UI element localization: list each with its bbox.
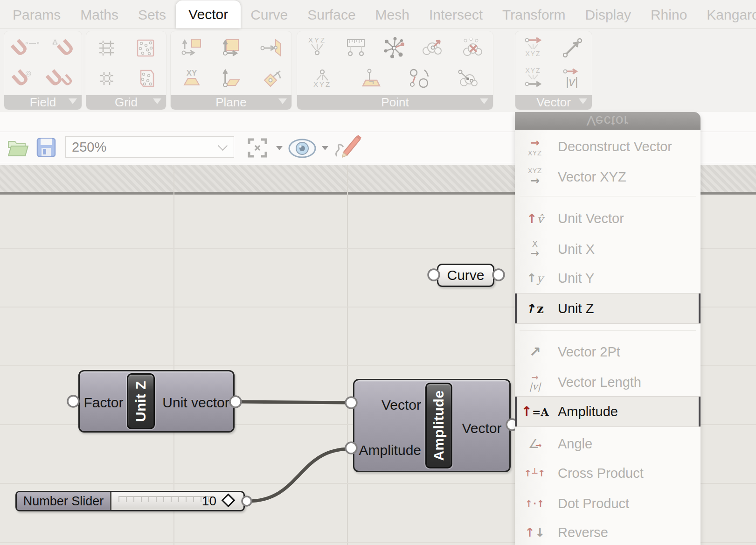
tab-params[interactable]: Params (3, 1, 70, 28)
tab-sets[interactable]: Sets (128, 1, 176, 28)
ribbon-group-grid: Grid (86, 31, 166, 110)
menu-item-vector-length[interactable]: Vector Length (515, 367, 701, 398)
unit-z-output-unit-vector[interactable]: Unit vector (158, 395, 234, 411)
menu-item-label: Vector XYZ (558, 169, 626, 185)
chevron-down-icon[interactable] (218, 141, 228, 151)
number-slider-grip[interactable] (222, 493, 236, 507)
menu-item-dot-product[interactable]: Dot Product (515, 488, 701, 519)
number-slider-component[interactable]: Number Slider 10 (15, 491, 245, 511)
menu-item-label: Angle (558, 436, 592, 452)
vector-length-icon[interactable]: |v| (559, 65, 585, 91)
dot-product-icon (523, 499, 547, 508)
tab-intersect[interactable]: Intersect (419, 1, 492, 28)
construct-point-icon[interactable]: XYZ (304, 35, 330, 61)
deconstruct-point-icon[interactable]: XYZ (309, 65, 335, 91)
group-expand-icon[interactable] (69, 98, 77, 104)
dropdown-header[interactable]: Vector (515, 112, 701, 130)
menu-item-unit-z[interactable]: Unit Z (515, 293, 701, 324)
amplitude-output-vector[interactable]: Vector (455, 420, 508, 436)
deconstruct-vector-icon[interactable]: XYZ (522, 35, 548, 61)
populate-2d-icon[interactable] (133, 36, 158, 60)
menu-item-amplitude[interactable]: Amplitude (515, 396, 701, 427)
unit-z-input-factor[interactable]: Factor (80, 395, 127, 411)
group-expand-icon[interactable] (278, 98, 287, 104)
pull-point-icon[interactable] (419, 35, 446, 61)
field-spin-icon[interactable]: U◎ (13, 69, 32, 88)
save-file-icon[interactable] (34, 135, 59, 160)
construct-plane-icon[interactable] (179, 36, 205, 60)
square-grid-icon[interactable] (95, 66, 119, 91)
closest-points-icon[interactable] (381, 35, 407, 61)
populate-3d-icon[interactable] (133, 66, 158, 91)
amplitude-name-capsule[interactable]: Amplitude (425, 383, 452, 468)
menu-item-unit-vector[interactable]: Unit Vector (515, 203, 701, 234)
open-file-icon[interactable] (5, 135, 30, 160)
field-break-icon[interactable]: ⁂U (54, 39, 73, 57)
curve-param-component[interactable]: Curve (437, 264, 494, 287)
menu-item-cross-product[interactable]: Cross Product (515, 458, 701, 489)
tab-mesh[interactable]: Mesh (366, 1, 419, 28)
menu-item-unit-x[interactable]: Unit X (515, 234, 701, 265)
adjust-plane-icon[interactable] (258, 66, 284, 91)
ribbon-group-field-label[interactable]: Field (4, 95, 82, 110)
menu-item-label: Unit Vector (558, 211, 624, 226)
group-expand-icon[interactable] (579, 98, 587, 104)
menu-item-reverse[interactable]: Reverse (515, 517, 701, 545)
menu-item-deconstruct-vector[interactable]: Deconstruct Vector (515, 131, 701, 162)
grid-line (173, 165, 174, 545)
tab-transform[interactable]: Transform (492, 1, 576, 28)
tab-maths[interactable]: Maths (70, 1, 128, 28)
zoom-level-value: 250% (72, 140, 106, 154)
unit-z-name-capsule[interactable]: Unit Z (127, 373, 155, 429)
vector-xyz-icon[interactable]: XYZ (522, 65, 548, 91)
menu-item-vector-xyz[interactable]: Vector XYZ (515, 161, 701, 192)
cull-duplicates-icon[interactable] (459, 35, 486, 61)
tab-vector[interactable]: Vector (176, 0, 241, 28)
amplitude-component[interactable]: Vector Amplitude Amplitude Vector (353, 379, 511, 472)
tab-rhino[interactable]: Rhino (641, 1, 697, 28)
preview-icon[interactable] (287, 138, 317, 159)
ribbon-group-plane-label[interactable]: Plane (171, 95, 291, 110)
group-expand-icon[interactable] (480, 98, 488, 104)
menu-item-vector-2pt[interactable]: Vector 2Pt (515, 336, 701, 367)
group-expand-icon[interactable] (153, 98, 161, 104)
field-merge-icon[interactable]: UU (47, 69, 73, 88)
preview-menu-caret-icon[interactable] (322, 146, 328, 150)
tab-kangaroo2[interactable]: Kangaroo2 (697, 1, 756, 28)
zoom-extents-icon[interactable] (244, 135, 270, 161)
distance-icon[interactable] (343, 35, 369, 61)
zoom-level-combobox[interactable]: 250% (65, 136, 234, 158)
amplitude-input-vector[interactable]: Vector (354, 397, 421, 413)
menu-separator (520, 196, 696, 196)
rectangular-grid-icon[interactable] (95, 36, 119, 60)
vector-2pt-icon[interactable] (559, 35, 585, 61)
field-line-icon[interactable]: U∘—∘ (12, 39, 40, 57)
menu-item-unit-y[interactable]: Unit Y (515, 263, 701, 293)
unitz-factor-port[interactable] (68, 396, 79, 407)
number-slider-label[interactable]: Number Slider (17, 492, 111, 510)
zoom-menu-caret-icon[interactable] (276, 146, 283, 150)
ribbon-group-vector-label[interactable]: Vector (515, 95, 592, 110)
point-cloud-icon[interactable] (454, 65, 481, 91)
unit-z-component[interactable]: Factor Unit Z Unit vector (78, 370, 235, 433)
number-slider-track[interactable] (118, 496, 212, 502)
menu-item-label: Unit X (558, 242, 595, 257)
svg-text:XYZ: XYZ (308, 36, 326, 44)
curve-output-port[interactable] (493, 269, 504, 280)
menu-item-angle[interactable]: Angle (515, 428, 701, 459)
amplitude-icon (523, 405, 547, 418)
xy-plane-icon[interactable]: XY (179, 66, 205, 91)
closest-point-icon[interactable] (406, 65, 432, 91)
project-point-icon[interactable] (357, 65, 383, 91)
plane-origin-icon[interactable] (218, 36, 244, 60)
amplitude-input-amplitude[interactable]: Amplitude (354, 442, 421, 458)
plane-normal-icon[interactable] (258, 36, 284, 60)
tab-display[interactable]: Display (576, 1, 641, 28)
sketch-icon[interactable] (332, 132, 363, 163)
line-plane-icon[interactable] (218, 66, 244, 91)
ribbon-group-point-label[interactable]: Point (297, 95, 493, 110)
tab-surface[interactable]: Surface (298, 1, 365, 28)
unit-y-icon (523, 272, 547, 284)
tab-curve[interactable]: Curve (241, 1, 298, 28)
ribbon-group-grid-label[interactable]: Grid (86, 95, 166, 110)
